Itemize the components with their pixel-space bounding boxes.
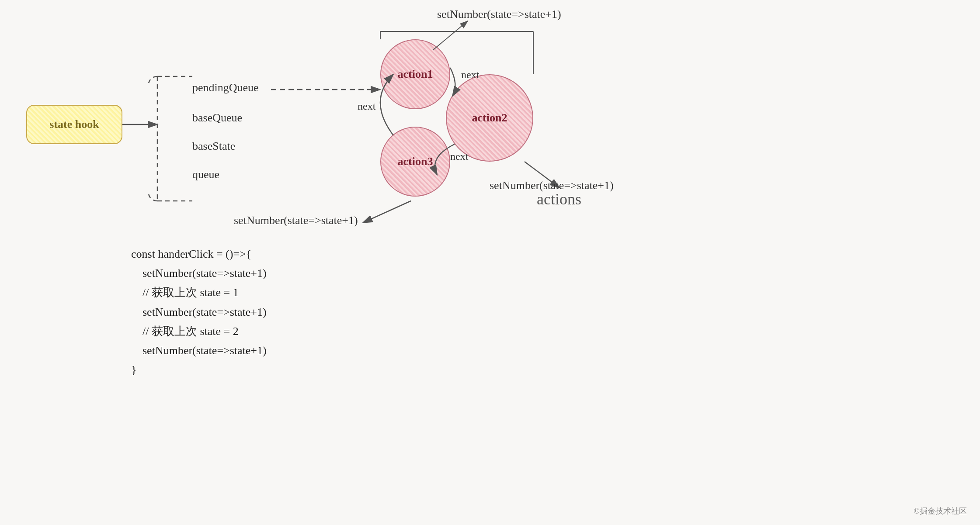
action1-circle: action1 xyxy=(380,39,450,109)
set-number-bottom-center: setNumber(state=>state+1) xyxy=(234,214,358,227)
set-number-bottom-right: setNumber(state=>state+1) xyxy=(490,179,614,192)
next-label-3: next xyxy=(358,100,375,112)
next-label-2: next xyxy=(450,151,468,162)
svg-line-10 xyxy=(363,201,411,223)
action3-label: action3 xyxy=(398,155,433,168)
code-line-7: } xyxy=(131,360,267,380)
set-number-top-right: setNumber(state=>state+1) xyxy=(437,8,561,21)
actions-label: actions xyxy=(537,190,581,208)
code-block: const handerClick = ()=>{ setNumber(stat… xyxy=(131,245,267,380)
state-hook-box: state hook xyxy=(26,105,122,144)
code-line-5: // 获取上次 state = 2 xyxy=(131,322,267,341)
action1-label: action1 xyxy=(398,68,433,81)
watermark: ©掘金技术社区 xyxy=(914,506,967,516)
code-line-6: setNumber(state=>state+1) xyxy=(131,341,267,360)
base-queue-label: baseQueue xyxy=(192,111,242,124)
action2-circle: action2 xyxy=(446,74,533,162)
svg-line-8 xyxy=(433,21,468,50)
code-line-3: // 获取上次 state = 1 xyxy=(131,283,267,302)
code-line-1: const handerClick = ()=>{ xyxy=(131,245,267,264)
next-label-1: next xyxy=(461,69,479,81)
state-hook-label: state hook xyxy=(49,118,99,131)
queue-label: queue xyxy=(192,168,219,181)
action3-circle: action3 xyxy=(380,127,450,197)
action2-label: action2 xyxy=(472,111,507,124)
pending-queue-label: pendingQueue xyxy=(192,81,259,94)
base-state-label: baseState xyxy=(192,140,235,153)
code-line-4: setNumber(state=>state+1) xyxy=(131,303,267,322)
code-line-2: setNumber(state=>state+1) xyxy=(131,264,267,283)
